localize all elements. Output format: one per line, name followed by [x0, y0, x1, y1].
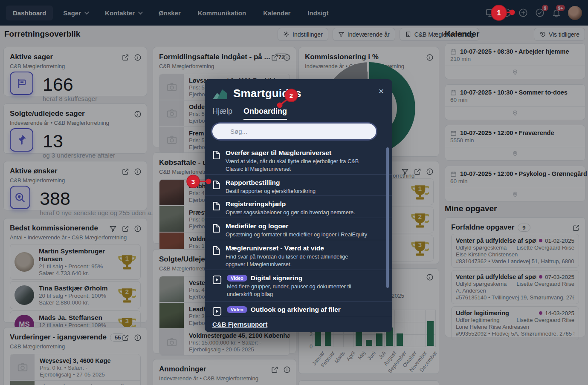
- smartguides-logo-icon: [212, 87, 228, 100]
- video-badge: Video: [227, 275, 247, 282]
- document-icon: [212, 223, 220, 233]
- video-badge: Video: [227, 306, 247, 313]
- guide-title: Mægleruniverset - Værd at vide: [226, 244, 362, 252]
- guide-title: Mediefiler og logoer: [226, 222, 367, 230]
- document-icon: [212, 201, 220, 211]
- guide-desc: Bestil rapporter og ejerskifteforsikring: [226, 187, 316, 195]
- guide-title: Outlook og arkivering af filer: [251, 306, 341, 313]
- guide-item[interactable]: Registreringshjælp Opsæt sagsskabeloner …: [205, 196, 392, 218]
- document-icon: [212, 180, 220, 190]
- guide-item[interactable]: Mediefiler og logoer Opsætning og format…: [205, 218, 392, 240]
- tab-onboarding[interactable]: Onboarding: [243, 107, 287, 120]
- guide-item[interactable]: Overfør sager til Mægleruniverset Værd a…: [205, 145, 392, 175]
- guide-list: Overfør sager til Mægleruniverset Værd a…: [205, 145, 392, 317]
- close-icon[interactable]: ×: [377, 84, 385, 98]
- guide-title: Overfør sager til Mægleruniverset: [226, 149, 366, 157]
- guide-item-clipped[interactable]: VideoOutlook og arkivering af filer: [205, 302, 392, 317]
- guide-title: Digital signering: [251, 274, 302, 282]
- guide-item[interactable]: VideoDigital signering Med flere grupper…: [205, 270, 392, 302]
- video-icon: [212, 275, 222, 284]
- dialog-tabs: Hjælp Onboarding: [205, 100, 392, 120]
- guide-desc: Opsæt sagsskabeloner og gør din hverdag …: [226, 209, 355, 216]
- smartguides-dialog: Smartguides × Hjælp Onboarding Overfør s…: [205, 79, 392, 332]
- dialog-title: Smartguides: [233, 87, 301, 100]
- guide-title: Rapportbestilling: [226, 179, 316, 187]
- dashboard-page: Dashboard Sager Kontakter Ønsker Kommuni…: [0, 0, 588, 385]
- tab-hjaelp[interactable]: Hjælp: [212, 107, 232, 120]
- guide-title: Registreringshjælp: [226, 200, 355, 208]
- search-input[interactable]: [212, 124, 376, 139]
- remote-support-link[interactable]: C&B Fjernsupport: [212, 321, 267, 328]
- document-icon: [212, 150, 220, 160]
- guide-desc: Opsætning og formater til mediefiler og …: [226, 231, 367, 238]
- video-icon: [212, 307, 222, 316]
- guide-desc: Med flere grupper, runder, pauser og dok…: [227, 283, 376, 298]
- scrollbar-thumb[interactable]: [386, 147, 389, 288]
- guide-item[interactable]: Mægleruniverset - Værd at vide Find svar…: [205, 240, 392, 270]
- guide-desc: Find svar på hvordan du løser de mest al…: [226, 253, 362, 268]
- guide-desc: Værd at vide, når du skal flytte dine ej…: [226, 158, 366, 172]
- guide-item[interactable]: Rapportbestilling Bestil rapporter og ej…: [205, 175, 392, 196]
- document-icon: [212, 245, 220, 256]
